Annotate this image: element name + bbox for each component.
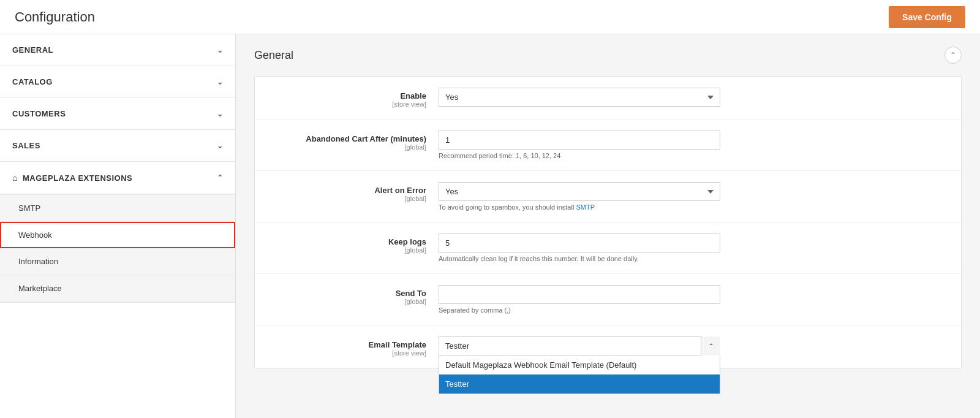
smtp-link[interactable]: SMTP <box>576 203 595 211</box>
enable-control: Yes No <box>439 88 949 107</box>
sidebar-mageplaza-label: MAGEPLAZA EXTENSIONS <box>23 173 132 183</box>
enable-select[interactable]: Yes No <box>439 88 720 107</box>
send-to-control: Separated by comma (,) <box>439 285 949 314</box>
page-title: Configuration <box>15 9 95 25</box>
sidebar-item-marketplace[interactable]: Marketplace <box>0 275 235 302</box>
sidebar-item-information[interactable]: Information <box>0 248 235 275</box>
keep-logs-hint: Automatically clean log if it reachs thi… <box>439 255 949 262</box>
dropdown-option-testter[interactable]: Testter <box>439 374 720 393</box>
email-template-control: Testter ⌃ Default Mageplaza Webhook Emai… <box>439 336 949 355</box>
sidebar-item-mageplaza[interactable]: ⌂ MAGEPLAZA EXTENSIONS ⌃ <box>0 162 235 194</box>
send-to-label: Send To [global] <box>267 285 439 305</box>
sidebar-item-sales[interactable]: SALES ⌄ <box>0 130 235 161</box>
email-template-display[interactable]: Testter <box>439 336 720 355</box>
config-row-keep-logs: Keep logs [global] Automatically clean l… <box>255 222 961 274</box>
chevron-up-icon: ⌃ <box>217 173 224 182</box>
abandoned-cart-control: Recommend period time: 1, 6, 10, 12, 24 <box>439 131 949 159</box>
collapse-button[interactable]: ⌃ <box>944 47 962 64</box>
alert-error-control: Yes No To avoid going to spambox, you sh… <box>439 182 949 211</box>
dropdown-option-default[interactable]: Default Mageplaza Webhook Email Template… <box>439 355 720 374</box>
sidebar-catalog-label: CATALOG <box>12 77 53 86</box>
home-icon: ⌂ <box>12 173 18 183</box>
email-template-wrapper: Testter ⌃ Default Mageplaza Webhook Emai… <box>439 336 720 355</box>
email-template-value: Testter <box>445 341 469 351</box>
chevron-down-icon: ⌄ <box>217 142 224 150</box>
email-template-arrow-button[interactable]: ⌃ <box>701 336 720 355</box>
sidebar-item-customers[interactable]: CUSTOMERS ⌄ <box>0 98 235 129</box>
config-panel: Enable [store view] Yes No Abandoned Car… <box>254 76 962 368</box>
mageplaza-submenu: SMTP Webhook Information Marketplace <box>0 194 235 302</box>
config-row-email-template: Email Template [store view] Testter ⌃ De… <box>255 325 961 368</box>
keep-logs-control: Automatically clean log if it reachs thi… <box>439 234 949 262</box>
enable-label: Enable [store view] <box>267 88 439 108</box>
section-title-row: General ⌃ <box>254 47 962 64</box>
keep-logs-label: Keep logs [global] <box>267 234 439 254</box>
config-row-send-to: Send To [global] Separated by comma (,) <box>255 274 961 325</box>
send-to-input[interactable] <box>439 285 720 304</box>
email-template-dropdown: Default Mageplaza Webhook Email Template… <box>439 355 720 394</box>
sidebar-sales-label: SALES <box>12 141 40 150</box>
send-to-hint: Separated by comma (,) <box>439 306 949 314</box>
chevron-down-icon: ⌄ <box>217 46 224 55</box>
sidebar-item-smtp[interactable]: SMTP <box>0 195 235 222</box>
main-layout: GENERAL ⌄ CATALOG ⌄ CUSTOMERS ⌄ SALES ⌄ <box>0 34 980 418</box>
alert-error-select[interactable]: Yes No <box>439 182 720 201</box>
config-row-abandoned-cart: Abandoned Cart After (minutes) [global] … <box>255 120 961 171</box>
alert-error-label: Alert on Error [global] <box>267 182 439 202</box>
sidebar-customers-label: CUSTOMERS <box>12 109 66 118</box>
main-content: General ⌃ Enable [store view] Yes No <box>236 34 980 418</box>
sidebar: GENERAL ⌄ CATALOG ⌄ CUSTOMERS ⌄ SALES ⌄ <box>0 34 236 418</box>
chevron-down-icon: ⌄ <box>217 110 224 118</box>
sidebar-item-webhook[interactable]: Webhook <box>0 222 235 248</box>
alert-error-hint: To avoid going to spambox, you should in… <box>439 203 949 211</box>
section-title: General <box>254 49 293 62</box>
config-row-alert-error: Alert on Error [global] Yes No To avoid … <box>255 171 961 222</box>
sidebar-section-sales: SALES ⌄ <box>0 130 235 162</box>
abandoned-cart-hint: Recommend period time: 1, 6, 10, 12, 24 <box>439 152 949 159</box>
sidebar-item-general[interactable]: GENERAL ⌄ <box>0 34 235 66</box>
page-header: Configuration Save Config <box>0 0 980 34</box>
email-template-label: Email Template [store view] <box>267 336 439 357</box>
abandoned-cart-label: Abandoned Cart After (minutes) [global] <box>267 131 439 151</box>
config-row-enable: Enable [store view] Yes No <box>255 77 961 120</box>
sidebar-item-catalog[interactable]: CATALOG ⌄ <box>0 66 235 97</box>
sidebar-section-mageplaza: ⌂ MAGEPLAZA EXTENSIONS ⌃ SMTP Webhook In… <box>0 162 235 303</box>
save-config-button[interactable]: Save Config <box>889 6 965 28</box>
sidebar-section-catalog: CATALOG ⌄ <box>0 66 235 98</box>
sidebar-section-customers: CUSTOMERS ⌄ <box>0 98 235 130</box>
sidebar-section-general: GENERAL ⌄ <box>0 34 235 66</box>
abandoned-cart-input[interactable] <box>439 131 720 150</box>
sidebar-general-label: GENERAL <box>12 45 53 55</box>
keep-logs-input[interactable] <box>439 234 720 253</box>
chevron-down-icon: ⌄ <box>217 78 224 86</box>
